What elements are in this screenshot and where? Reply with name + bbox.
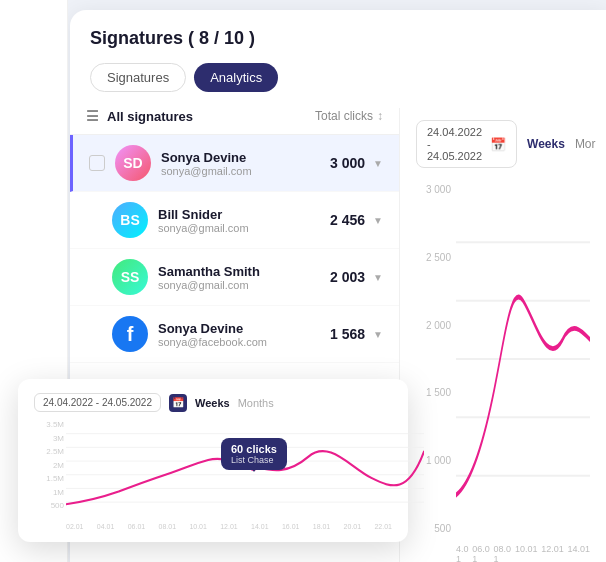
x-label: 10.01 — [515, 544, 538, 562]
chart-area: 500 1 000 1 500 2 000 2 500 3 000 — [416, 184, 590, 562]
tab-signatures[interactable]: Signatures — [90, 63, 186, 92]
tooltip-clicks: 60 clicks — [231, 443, 277, 455]
sort-icon: ↕ — [377, 109, 383, 123]
table-row[interactable]: SS Samantha Smith sonya@gmail.com 2 003 … — [70, 249, 399, 306]
list-header-left: ☰ All signatures — [86, 108, 193, 124]
sig-clicks: 1 568 — [330, 326, 365, 342]
x-label: 4.01 — [456, 544, 469, 562]
x-label: 08.01 — [494, 544, 512, 562]
list-icon: ☰ — [86, 108, 99, 124]
popup-weeks-label[interactable]: Weeks — [195, 397, 230, 409]
tab-analytics[interactable]: Analytics — [194, 63, 278, 92]
sig-name: Samantha Smith — [158, 264, 330, 279]
popup-y-label: 500 — [34, 501, 64, 510]
sig-email: sonya@gmail.com — [158, 279, 330, 291]
table-row[interactable]: f Sonya Devine sonya@facebook.com 1 568 … — [70, 306, 399, 363]
popup-y-label: 2M — [34, 461, 64, 470]
all-signatures-label: All signatures — [107, 109, 193, 124]
more-button[interactable]: Mor — [575, 137, 596, 151]
sig-clicks: 2 003 — [330, 269, 365, 285]
page-title: Signatures ( 8 / 10 ) — [90, 28, 606, 49]
sig-clicks: 2 456 — [330, 212, 365, 228]
sig-info: Sonya Devine sonya@gmail.com — [161, 150, 330, 177]
sig-email: sonya@gmail.com — [161, 165, 330, 177]
sig-email: sonya@gmail.com — [158, 222, 330, 234]
table-row[interactable]: BS Bill Snider sonya@gmail.com 2 456 ▼ — [70, 192, 399, 249]
popup-controls: 24.04.2022 - 24.05.2022 📅 Weeks Months — [34, 393, 392, 412]
x-axis: 4.01 06.01 08.01 10.01 12.01 14.01 — [456, 544, 590, 562]
tooltip-bubble: 60 clicks List Chase — [221, 438, 287, 470]
popup-months-label[interactable]: Months — [238, 397, 274, 409]
popup-y-label: 1.5M — [34, 474, 64, 483]
avatar: SS — [112, 259, 148, 295]
popup-x-axis: 02.01 04.01 06.01 08.01 10.01 12.01 14.0… — [66, 523, 392, 530]
dropdown-arrow-icon[interactable]: ▼ — [373, 329, 383, 340]
popup-x-label: 08.01 — [159, 523, 177, 530]
sort-label: Total clicks — [315, 109, 373, 123]
table-row[interactable]: SD Sonya Devine sonya@gmail.com 3 000 ▼ — [70, 135, 399, 192]
popup-x-label: 14.01 — [251, 523, 269, 530]
tooltip-label: List Chase — [231, 455, 277, 465]
popup-y-label: 2.5M — [34, 447, 64, 456]
y-label: 500 — [416, 523, 451, 534]
avatar: SD — [115, 145, 151, 181]
sig-info: Sonya Devine sonya@facebook.com — [158, 321, 330, 348]
popup-date-button[interactable]: 24.04.2022 - 24.05.2022 — [34, 393, 161, 412]
x-label: 06.01 — [472, 544, 490, 562]
y-label: 2 000 — [416, 320, 451, 331]
y-label: 2 500 — [416, 252, 451, 263]
popup-y-label: 3M — [34, 434, 64, 443]
dropdown-arrow-icon[interactable]: ▼ — [373, 272, 383, 283]
avatar: f — [112, 316, 148, 352]
sig-clicks: 3 000 — [330, 155, 365, 171]
y-label: 1 500 — [416, 387, 451, 398]
date-range-label: 24.04.2022 - 24.05.2022 — [427, 126, 482, 162]
list-header: ☰ All signatures Total clicks ↕ — [70, 108, 399, 135]
facebook-icon: f — [127, 323, 134, 346]
popup-x-label: 16.01 — [282, 523, 300, 530]
dropdown-arrow-icon[interactable]: ▼ — [373, 215, 383, 226]
x-label: 12.01 — [541, 544, 564, 562]
popup-card: 24.04.2022 - 24.05.2022 📅 Weeks Months 5… — [18, 379, 408, 542]
popup-y-label: 1M — [34, 488, 64, 497]
chart-panel: 24.04.2022 - 24.05.2022 📅 Weeks Mor 500 … — [400, 108, 606, 562]
tabs-container: Signatures Analytics — [90, 63, 606, 92]
row-checkbox[interactable] — [89, 155, 105, 171]
popup-x-label: 10.01 — [189, 523, 207, 530]
x-label: 14.01 — [567, 544, 590, 562]
y-label: 3 000 — [416, 184, 451, 195]
sig-name: Sonya Devine — [161, 150, 330, 165]
date-range-button[interactable]: 24.04.2022 - 24.05.2022 📅 — [416, 120, 517, 168]
popup-x-label: 12.01 — [220, 523, 238, 530]
popup-x-label: 02.01 — [66, 523, 84, 530]
sig-email: sonya@facebook.com — [158, 336, 330, 348]
popup-calendar-icon[interactable]: 📅 — [169, 394, 187, 412]
popup-y-label: 3.5M — [34, 420, 64, 429]
popup-y-axis: 500 1M 1.5M 2M 2.5M 3M 3.5M — [34, 420, 64, 510]
calendar-icon: 📅 — [490, 137, 506, 152]
popup-svg: 60 clicks List Chase — [66, 420, 424, 519]
popup-x-label: 22.01 — [374, 523, 392, 530]
popup-x-label: 20.01 — [344, 523, 362, 530]
weeks-button[interactable]: Weeks — [527, 137, 565, 151]
avatar: BS — [112, 202, 148, 238]
sig-info: Samantha Smith sonya@gmail.com — [158, 264, 330, 291]
sig-info: Bill Snider sonya@gmail.com — [158, 207, 330, 234]
sort-control[interactable]: Total clicks ↕ — [315, 109, 383, 123]
sig-name: Sonya Devine — [158, 321, 330, 336]
popup-x-label: 04.01 — [97, 523, 115, 530]
chart-svg — [456, 184, 590, 534]
popup-x-label: 06.01 — [128, 523, 146, 530]
sig-name: Bill Snider — [158, 207, 330, 222]
popup-x-label: 18.01 — [313, 523, 331, 530]
chart-controls: 24.04.2022 - 24.05.2022 📅 Weeks Mor — [416, 120, 590, 168]
popup-chart-area: 500 1M 1.5M 2M 2.5M 3M 3.5M — [34, 420, 392, 530]
dropdown-arrow-icon[interactable]: ▼ — [373, 158, 383, 169]
